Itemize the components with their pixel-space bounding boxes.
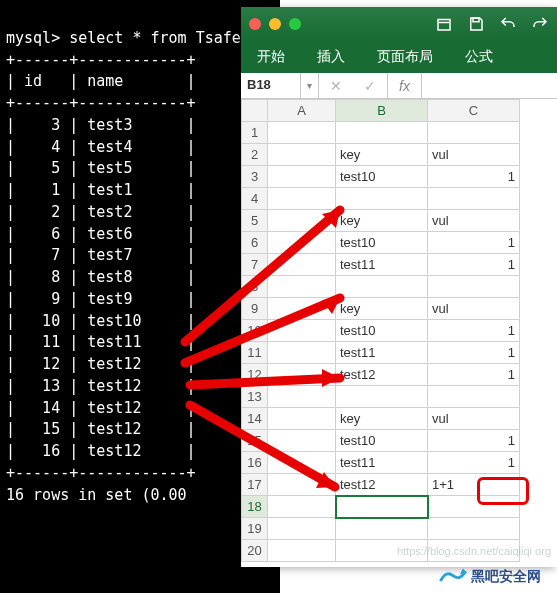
redo-icon[interactable] xyxy=(531,15,549,33)
cell-A17[interactable] xyxy=(268,474,336,496)
col-header-A[interactable]: A xyxy=(268,100,336,122)
cell-A11[interactable] xyxy=(268,342,336,364)
cell-B17[interactable]: test12 xyxy=(336,474,428,496)
spreadsheet-grid[interactable]: ABC12keyvul3test10145keyvul6test1017test… xyxy=(241,99,557,562)
cell-A18[interactable] xyxy=(268,496,336,518)
cell-B6[interactable]: test10 xyxy=(336,232,428,254)
row-header-15[interactable]: 15 xyxy=(242,430,268,452)
cell-A13[interactable] xyxy=(268,386,336,408)
cell-C4[interactable] xyxy=(428,188,520,210)
cell-A19[interactable] xyxy=(268,518,336,540)
cell-C5[interactable]: vul xyxy=(428,210,520,232)
undo-icon[interactable] xyxy=(499,15,517,33)
cell-C2[interactable]: vul xyxy=(428,144,520,166)
cell-C1[interactable] xyxy=(428,122,520,144)
col-header-B[interactable]: B xyxy=(336,100,428,122)
row-header-12[interactable]: 12 xyxy=(242,364,268,386)
select-all-corner[interactable] xyxy=(242,100,268,122)
cell-A3[interactable] xyxy=(268,166,336,188)
cell-C8[interactable] xyxy=(428,276,520,298)
cell-B2[interactable]: key xyxy=(336,144,428,166)
row-header-20[interactable]: 20 xyxy=(242,540,268,562)
row-header-8[interactable]: 8 xyxy=(242,276,268,298)
cell-C7[interactable]: 1 xyxy=(428,254,520,276)
cell-A1[interactable] xyxy=(268,122,336,144)
cell-C11[interactable]: 1 xyxy=(428,342,520,364)
save-icon[interactable] xyxy=(467,15,485,33)
row-header-7[interactable]: 7 xyxy=(242,254,268,276)
confirm-icon[interactable]: ✓ xyxy=(353,73,387,98)
cell-B3[interactable]: test10 xyxy=(336,166,428,188)
cell-B7[interactable]: test11 xyxy=(336,254,428,276)
col-header-C[interactable]: C xyxy=(428,100,520,122)
cell-A20[interactable] xyxy=(268,540,336,562)
cell-A6[interactable] xyxy=(268,232,336,254)
row-header-4[interactable]: 4 xyxy=(242,188,268,210)
row-header-14[interactable]: 14 xyxy=(242,408,268,430)
cell-B1[interactable] xyxy=(336,122,428,144)
cell-C14[interactable]: vul xyxy=(428,408,520,430)
cell-B9[interactable]: key xyxy=(336,298,428,320)
row-header-2[interactable]: 2 xyxy=(242,144,268,166)
home-icon[interactable] xyxy=(435,15,453,33)
row-header-18[interactable]: 18 xyxy=(242,496,268,518)
row-header-3[interactable]: 3 xyxy=(242,166,268,188)
cell-A10[interactable] xyxy=(268,320,336,342)
cell-C3[interactable]: 1 xyxy=(428,166,520,188)
cell-B18[interactable] xyxy=(336,496,428,518)
cell-C18[interactable] xyxy=(428,496,520,518)
cell-A15[interactable] xyxy=(268,430,336,452)
fx-icon[interactable]: fx xyxy=(387,73,421,98)
cell-C6[interactable]: 1 xyxy=(428,232,520,254)
row-header-5[interactable]: 5 xyxy=(242,210,268,232)
cell-C17[interactable]: 1+1 xyxy=(428,474,520,496)
cell-C13[interactable] xyxy=(428,386,520,408)
cell-B5[interactable]: key xyxy=(336,210,428,232)
cell-A9[interactable] xyxy=(268,298,336,320)
cell-A7[interactable] xyxy=(268,254,336,276)
cell-B12[interactable]: test12 xyxy=(336,364,428,386)
cell-C15[interactable]: 1 xyxy=(428,430,520,452)
cell-B14[interactable]: key xyxy=(336,408,428,430)
tab-home[interactable]: 开始 xyxy=(241,41,301,73)
cell-A4[interactable] xyxy=(268,188,336,210)
close-icon[interactable] xyxy=(249,18,261,30)
cell-C12[interactable]: 1 xyxy=(428,364,520,386)
namebox-dropdown-icon[interactable]: ▾ xyxy=(301,73,319,98)
row-header-10[interactable]: 10 xyxy=(242,320,268,342)
cell-A14[interactable] xyxy=(268,408,336,430)
cell-A5[interactable] xyxy=(268,210,336,232)
row-header-9[interactable]: 9 xyxy=(242,298,268,320)
cell-B13[interactable] xyxy=(336,386,428,408)
cell-A16[interactable] xyxy=(268,452,336,474)
cell-B15[interactable]: test10 xyxy=(336,430,428,452)
row-header-19[interactable]: 19 xyxy=(242,518,268,540)
tab-layout[interactable]: 页面布局 xyxy=(361,41,449,73)
row-header-16[interactable]: 16 xyxy=(242,452,268,474)
formula-bar[interactable] xyxy=(421,73,557,98)
cell-B19[interactable] xyxy=(336,518,428,540)
cell-B4[interactable] xyxy=(336,188,428,210)
cell-A2[interactable] xyxy=(268,144,336,166)
cell-B8[interactable] xyxy=(336,276,428,298)
cell-A12[interactable] xyxy=(268,364,336,386)
cell-B16[interactable]: test11 xyxy=(336,452,428,474)
cell-B11[interactable]: test11 xyxy=(336,342,428,364)
row-header-13[interactable]: 13 xyxy=(242,386,268,408)
minimize-icon[interactable] xyxy=(269,18,281,30)
row-header-6[interactable]: 6 xyxy=(242,232,268,254)
cancel-icon[interactable]: ✕ xyxy=(319,73,353,98)
tab-insert[interactable]: 插入 xyxy=(301,41,361,73)
cell-C16[interactable]: 1 xyxy=(428,452,520,474)
row-header-1[interactable]: 1 xyxy=(242,122,268,144)
cell-C10[interactable]: 1 xyxy=(428,320,520,342)
cell-C19[interactable] xyxy=(428,518,520,540)
row-header-11[interactable]: 11 xyxy=(242,342,268,364)
cell-A8[interactable] xyxy=(268,276,336,298)
tab-formula[interactable]: 公式 xyxy=(449,41,509,73)
maximize-icon[interactable] xyxy=(289,18,301,30)
row-header-17[interactable]: 17 xyxy=(242,474,268,496)
cell-B10[interactable]: test10 xyxy=(336,320,428,342)
cell-C9[interactable]: vul xyxy=(428,298,520,320)
name-box[interactable]: B18 xyxy=(241,73,301,98)
